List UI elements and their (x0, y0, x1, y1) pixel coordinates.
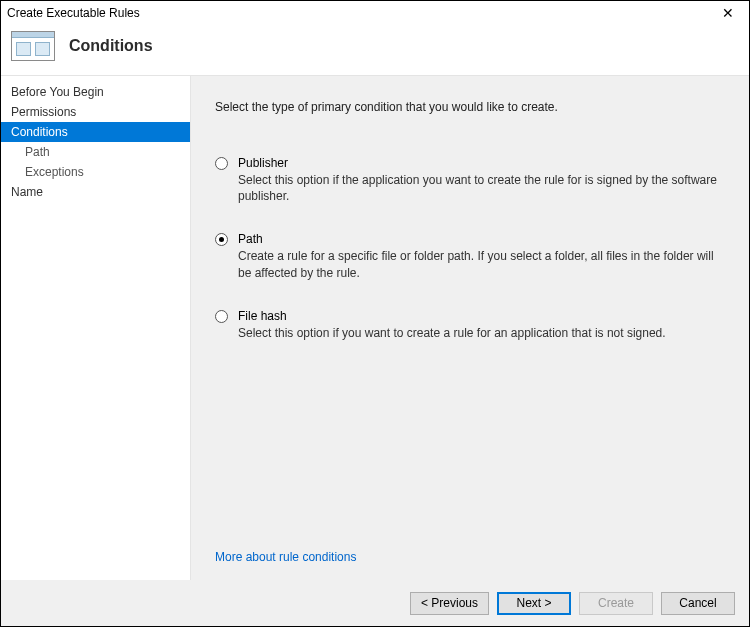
previous-button[interactable]: < Previous (410, 592, 489, 615)
footer: < Previous Next > Create Cancel (1, 580, 749, 626)
option-path-label: Path (238, 232, 721, 246)
wizard-icon (11, 31, 55, 61)
more-about-link[interactable]: More about rule conditions (215, 550, 721, 564)
wizard-window: Create Executable Rules ✕ Conditions Bef… (0, 0, 750, 627)
option-filehash-desc: Select this option if you want to create… (238, 325, 721, 341)
content-pane: Select the type of primary condition tha… (191, 76, 749, 580)
nav-name[interactable]: Name (1, 182, 190, 202)
page-title: Conditions (69, 37, 153, 55)
cancel-button[interactable]: Cancel (661, 592, 735, 615)
instruction-text: Select the type of primary condition tha… (215, 100, 721, 114)
sidebar: Before You Begin Permissions Conditions … (1, 76, 191, 580)
option-publisher-desc: Select this option if the application yo… (238, 172, 721, 204)
option-publisher[interactable]: Publisher Select this option if the appl… (215, 156, 721, 204)
radio-path[interactable] (215, 233, 228, 246)
condition-options: Publisher Select this option if the appl… (215, 156, 721, 341)
nav-exceptions[interactable]: Exceptions (1, 162, 190, 182)
window-title: Create Executable Rules (7, 6, 713, 20)
page-header: Conditions (1, 25, 749, 75)
nav-permissions[interactable]: Permissions (1, 102, 190, 122)
option-filehash[interactable]: File hash Select this option if you want… (215, 309, 721, 341)
radio-filehash[interactable] (215, 310, 228, 323)
option-filehash-label: File hash (238, 309, 721, 323)
option-path-desc: Create a rule for a specific file or fol… (238, 248, 721, 280)
titlebar: Create Executable Rules ✕ (1, 1, 749, 25)
body: Before You Begin Permissions Conditions … (1, 75, 749, 580)
option-path[interactable]: Path Create a rule for a specific file o… (215, 232, 721, 280)
option-publisher-label: Publisher (238, 156, 721, 170)
radio-publisher[interactable] (215, 157, 228, 170)
nav-before-you-begin[interactable]: Before You Begin (1, 82, 190, 102)
create-button: Create (579, 592, 653, 615)
nav-conditions[interactable]: Conditions (1, 122, 190, 142)
close-icon[interactable]: ✕ (713, 6, 743, 20)
next-button[interactable]: Next > (497, 592, 571, 615)
nav-path[interactable]: Path (1, 142, 190, 162)
